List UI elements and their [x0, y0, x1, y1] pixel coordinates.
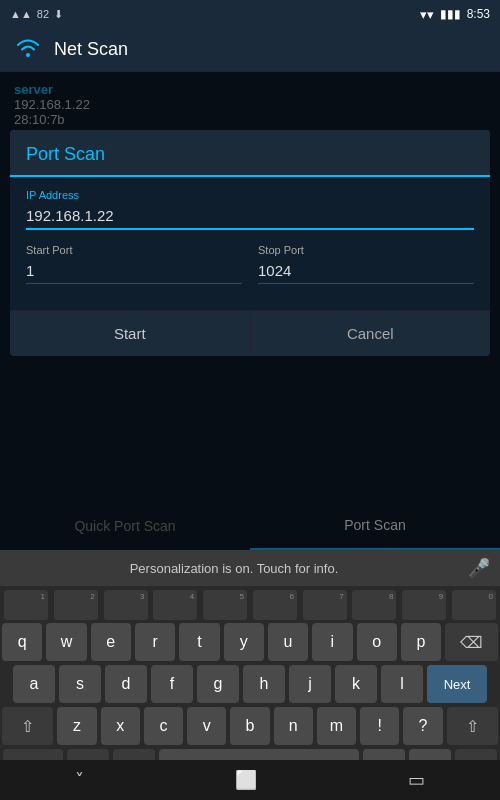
key-2[interactable]: 2 [54, 590, 98, 620]
app-title: Net Scan [54, 39, 128, 60]
title-bar: Net Scan [0, 28, 500, 72]
key-b[interactable]: b [230, 707, 269, 745]
key-x[interactable]: x [101, 707, 140, 745]
cancel-button[interactable]: Cancel [251, 311, 491, 356]
wifi-logo-icon [14, 33, 42, 67]
time-display: 8:53 [467, 7, 490, 21]
port-scan-dialog: Port Scan IP Address Start Port Stop Por… [10, 130, 490, 356]
ip-address-input[interactable] [26, 203, 474, 230]
status-bar: ▲▲ 82 ⬇ ▾▾ ▮▮▮ 8:53 [0, 0, 500, 28]
status-right: ▾▾ ▮▮▮ 8:53 [420, 7, 490, 22]
key-0[interactable]: 0 [452, 590, 496, 620]
key-s[interactable]: s [59, 665, 101, 703]
status-left: ▲▲ 82 ⬇ [10, 8, 63, 21]
key-n[interactable]: n [274, 707, 313, 745]
key-l[interactable]: l [381, 665, 423, 703]
start-port-input[interactable] [26, 258, 242, 284]
key-p[interactable]: p [401, 623, 441, 661]
port-row: Start Port Stop Port [26, 244, 474, 284]
key-f[interactable]: f [151, 665, 193, 703]
key-7[interactable]: 7 [303, 590, 347, 620]
start-button[interactable]: Start [10, 311, 251, 356]
shift-key[interactable]: ⇧ [2, 707, 53, 745]
keyboard-row-1: q w e r t y u i o p ⌫ [2, 623, 498, 661]
dialog-body: IP Address Start Port Stop Port [10, 177, 490, 310]
key-9[interactable]: 9 [402, 590, 446, 620]
key-m[interactable]: m [317, 707, 356, 745]
keyboard-hint-text: Personalization is on. Touch for info. [10, 561, 458, 576]
signal-icon: ▲▲ [10, 8, 32, 20]
key-z[interactable]: z [57, 707, 96, 745]
stop-port-input[interactable] [258, 258, 474, 284]
key-g[interactable]: g [197, 665, 239, 703]
stop-port-label: Stop Port [258, 244, 474, 256]
recent-button[interactable]: ▭ [388, 765, 445, 795]
nav-bar: ˅ ⬜ ▭ [0, 760, 500, 800]
key-4[interactable]: 4 [153, 590, 197, 620]
key-v[interactable]: v [187, 707, 226, 745]
number-row: 1 2 3 4 5 6 7 8 9 0 [2, 590, 498, 620]
key-h[interactable]: h [243, 665, 285, 703]
key-k[interactable]: k [335, 665, 377, 703]
key-e[interactable]: e [91, 623, 131, 661]
microphone-icon[interactable]: 🎤 [468, 557, 490, 579]
home-button[interactable]: ⬜ [215, 765, 277, 795]
backspace-key[interactable]: ⌫ [445, 623, 498, 661]
wifi-icon: ▾▾ [420, 7, 434, 22]
keyboard-row-2: a s d f g h j k l Next [2, 665, 498, 703]
dialog-buttons: Start Cancel [10, 310, 490, 356]
key-d[interactable]: d [105, 665, 147, 703]
start-port-label: Start Port [26, 244, 242, 256]
key-3[interactable]: 3 [104, 590, 148, 620]
key-a[interactable]: a [13, 665, 55, 703]
key-r[interactable]: r [135, 623, 175, 661]
key-5[interactable]: 5 [203, 590, 247, 620]
key-question[interactable]: ? [403, 707, 442, 745]
key-c[interactable]: c [144, 707, 183, 745]
next-key[interactable]: Next [427, 665, 487, 703]
key-6[interactable]: 6 [253, 590, 297, 620]
back-button[interactable]: ˅ [55, 765, 104, 795]
shift-right-key[interactable]: ⇧ [447, 707, 498, 745]
stop-port-group: Stop Port [258, 244, 474, 284]
start-port-group: Start Port [26, 244, 242, 284]
key-i[interactable]: i [312, 623, 352, 661]
key-u[interactable]: u [268, 623, 308, 661]
keyboard-hint-bar[interactable]: Personalization is on. Touch for info. 🎤 [0, 550, 500, 586]
key-1[interactable]: 1 [4, 590, 48, 620]
key-t[interactable]: t [179, 623, 219, 661]
dialog-title-bar: Port Scan [10, 130, 490, 177]
keyboard-row-3: ⇧ z x c v b n m ! ? ⇧ [2, 707, 498, 745]
key-y[interactable]: y [224, 623, 264, 661]
key-q[interactable]: q [2, 623, 42, 661]
key-8[interactable]: 8 [352, 590, 396, 620]
signal-strength: 82 [37, 8, 49, 20]
ip-address-label: IP Address [26, 189, 474, 201]
key-exclaim[interactable]: ! [360, 707, 399, 745]
key-w[interactable]: w [46, 623, 86, 661]
key-j[interactable]: j [289, 665, 331, 703]
download-icon: ⬇ [54, 8, 63, 21]
dialog-title: Port Scan [26, 144, 105, 164]
key-o[interactable]: o [357, 623, 397, 661]
battery-icon: ▮▮▮ [440, 7, 461, 21]
